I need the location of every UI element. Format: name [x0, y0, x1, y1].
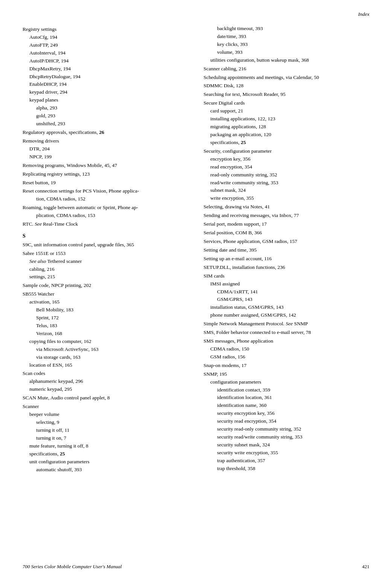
- index-entry: packaging an application, 120: [204, 131, 369, 139]
- index-entry: SMS messages, Phone application: [204, 337, 369, 345]
- index-entry: DTR, 204: [23, 145, 188, 153]
- index-entry: AutoCfg, 194: [23, 33, 188, 41]
- index-entry: SMS, Folder behavior connected to e-mail…: [204, 329, 369, 337]
- index-entry: phone number assigned, GSM/GPRS, 142: [204, 311, 369, 319]
- index-entry: security read encryption, 354: [204, 417, 369, 425]
- index-entry: RTC. See Real-Time Clock: [23, 220, 188, 228]
- footer-title: 700 Series Color Mobile Computer User's …: [23, 564, 122, 570]
- index-entry: Reset connection settings for PCS Vision…: [23, 187, 188, 195]
- index-entry: identification contact, 359: [204, 386, 369, 394]
- index-entry: Setting up an e-mail account, 116: [204, 255, 369, 263]
- index-entry: S: [23, 232, 188, 240]
- index-entry: unit configuration parameters: [23, 458, 188, 466]
- index-entry: SETUP.DLL, installation functions, 236: [204, 264, 369, 272]
- index-entry: gold, 293: [23, 112, 188, 120]
- index-entry: Serial position, COM B, 366: [204, 229, 369, 237]
- index-entry: CDMA radios, 150: [204, 345, 369, 353]
- index-entry: Sending and receiving messages, via Inbo…: [204, 212, 369, 220]
- footer-page: 421: [362, 564, 370, 570]
- index-entry: automatic shutoff, 393: [23, 466, 188, 474]
- right-column: backlight timeout, 393date/time, 393key …: [204, 25, 369, 473]
- index-entry: keypad planes: [23, 96, 188, 104]
- index-entry: identification location, 361: [204, 394, 369, 402]
- index-entry: write encryption, 355: [204, 194, 369, 202]
- index-entry: Sprint, 172: [23, 314, 188, 322]
- index-entry: alpha, 293: [23, 104, 188, 112]
- index-entry: via storage cards, 163: [23, 353, 188, 361]
- index-entry: Removing programs, Windows Mobile, 45, 4…: [23, 162, 188, 170]
- index-entry: cabling, 216: [23, 265, 188, 273]
- index-entry: Secure Digital cards: [204, 99, 369, 107]
- index-entry: SIM cards: [204, 272, 369, 280]
- index-entry: Reset button, 19: [23, 179, 188, 187]
- index-entry: NPCP, 199: [23, 153, 188, 161]
- index-entry: Simple Network Management Protocol. See …: [204, 320, 369, 328]
- index-entry: beeper volume: [23, 411, 188, 419]
- index-entry: SCAN Mute, Audio control panel applet, 8: [23, 394, 188, 402]
- index-entry: read encryption, 354: [204, 163, 369, 171]
- index-entry: encryption key, 356: [204, 155, 369, 163]
- index-entry: Registry settings: [23, 26, 188, 33]
- index-entry: AutoFTP, 249: [23, 41, 188, 49]
- index-entry: turning it on, 7: [23, 434, 188, 442]
- index-entry: Setting date and time, 395: [204, 246, 369, 254]
- index-entry: utilities configuration, button wakeup m…: [204, 56, 369, 64]
- index-entry: unshifted, 293: [23, 120, 188, 128]
- index-entry: date/time, 393: [204, 33, 369, 41]
- header-title: Index: [358, 11, 369, 17]
- index-entry: GSM radios, 156: [204, 353, 369, 361]
- index-entry: CDMA/1xRTT, 141: [204, 288, 369, 296]
- index-entry: AutoIP/DHCP, 194: [23, 57, 188, 65]
- index-entry: Scan codes: [23, 370, 188, 378]
- index-entry: Verizon, 168: [23, 330, 188, 338]
- index-entry: read/write community string, 353: [204, 179, 369, 187]
- index-entry: settings, 215: [23, 273, 188, 281]
- index-entry: backlight timeout, 393: [204, 25, 369, 33]
- index-entry: DhcpRetryDialogue, 194: [23, 73, 188, 81]
- index-entry: DhcpMaxRetry, 194: [23, 65, 188, 73]
- index-entry: SDMMC Disk, 128: [204, 82, 369, 90]
- index-entry: S9C, unit information control panel, upg…: [23, 241, 188, 249]
- index-entry: numeric keypad, 295: [23, 385, 188, 393]
- index-entry: installation status, GSM/GPRS, 143: [204, 303, 369, 311]
- index-entry: Roaming, toggle between automatic or Spr…: [23, 204, 188, 212]
- index-entry: specifications, 25: [23, 450, 188, 458]
- index-entry: alphanumeric keypad, 296: [23, 378, 188, 385]
- index-entry: Services, Phone application, GSM radios,…: [204, 238, 369, 246]
- index-entry: card support, 21: [204, 107, 369, 115]
- content-columns: Registry settingsAutoCfg, 194AutoFTP, 24…: [23, 25, 369, 473]
- index-entry: Searching for text, Microsoft Reader, 95: [204, 91, 369, 99]
- index-entry: Telus, 183: [23, 322, 188, 330]
- index-entry: tion, CDMA radios, 152: [23, 195, 188, 203]
- page-container: Index Registry settingsAutoCfg, 194AutoF…: [0, 0, 392, 581]
- index-entry: SB555 Watcher: [23, 290, 188, 298]
- index-entry: plication, CDMA radios, 153: [23, 212, 188, 220]
- index-entry: key clicks, 393: [204, 41, 369, 49]
- index-entry: AutoInterval, 194: [23, 49, 188, 57]
- index-entry: configuration parameters: [204, 378, 369, 386]
- index-entry: See also Tethered scanner: [23, 258, 188, 265]
- index-entry: mute feature, turning it off, 8: [23, 442, 188, 450]
- index-entry: keypad driver, 294: [23, 88, 188, 96]
- index-entry: Security, configuration parameter: [204, 147, 369, 155]
- index-entry: security read/write community string, 35…: [204, 433, 369, 441]
- index-entry: security write encryption, 355: [204, 449, 369, 457]
- index-entry: Scanner: [23, 403, 188, 411]
- index-entry: copying files to computer, 162: [23, 338, 188, 346]
- index-entry: activation, 165: [23, 298, 188, 306]
- index-entry: Scanner cabling, 216: [204, 65, 369, 73]
- index-entry: selecting, 9: [23, 419, 188, 426]
- index-entry: security encryption key, 356: [204, 410, 369, 417]
- index-entry: via Microsoft ActiveSync, 163: [23, 346, 188, 353]
- index-entry: Selecting, drawing via Notes, 41: [204, 203, 369, 211]
- index-entry: Sabre 1551E or 1553: [23, 250, 188, 258]
- index-entry: Scheduling appointments and meetings, vi…: [204, 74, 369, 82]
- index-entry: identification name, 360: [204, 402, 369, 410]
- index-entry: migrating applications, 128: [204, 123, 369, 131]
- index-entry: Replicating registry settings, 123: [23, 170, 188, 178]
- index-entry: security read-only community string, 352: [204, 425, 369, 433]
- index-entry: IMSI assigned: [204, 280, 369, 288]
- index-entry: subnet mask, 324: [204, 187, 369, 194]
- index-entry: location of ESN, 165: [23, 361, 188, 369]
- index-entry: Removing drivers: [23, 137, 188, 145]
